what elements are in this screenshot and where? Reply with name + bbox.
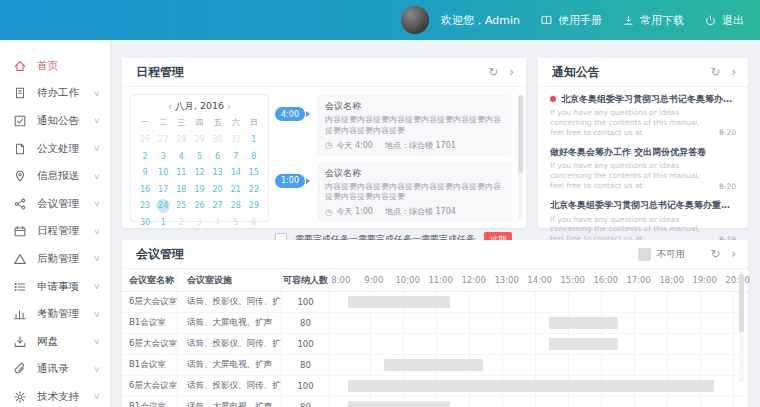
scrollbar-thumb[interactable] [518,95,523,173]
hour-label: 15:00 [560,275,585,285]
schedule-scrollbar[interactable] [518,95,523,221]
schedule-panel: 日程管理 ↻ › ‹ 八月, 2016 › 一二三四五六日 2627282930… [122,58,526,228]
chevron-right-icon[interactable]: › [731,248,736,260]
manual-button[interactable]: 使用手册 [540,13,602,28]
calendar-day[interactable]: 24 [154,198,172,215]
calendar-day[interactable]: 30 [136,215,154,232]
notice-item[interactable]: 做好冬奥会筹办工作 交出两份优异答卷If you have any questi… [538,140,748,193]
sidebar-item-bar-chart[interactable]: 考勤管理∨ [0,300,110,328]
sidebar-item-check-square[interactable]: 通知公告∨ [0,107,110,135]
calendar-day[interactable]: 17 [154,182,172,199]
calendar-day[interactable]: 2 [172,215,190,232]
calendar-day[interactable]: 10 [154,165,172,182]
calendar-day[interactable]: 6 [209,149,227,166]
hour-label: 8:00 [331,275,350,285]
room-row[interactable]: B1会议室话筒、大屏电视、扩声80 [122,313,748,334]
calendar-day[interactable]: 30 [209,132,227,149]
logout-button[interactable]: 退出 [704,13,744,28]
room-row[interactable]: 6层大会议室话筒、投影仪、同传、扩声100 [122,334,748,355]
calendar-day[interactable]: 4 [209,215,227,232]
calendar-day[interactable]: 18 [172,182,190,199]
meeting-card[interactable]: 会议名称内容提要内容提要内容提要内容提要内容提要内容提要内容提要内容提要◷今天 … [317,162,512,223]
calendar-day[interactable]: 1 [154,215,172,232]
sidebar-item-paperclip[interactable]: 通讯录∨ [0,356,110,384]
chevron-down-icon: ∨ [93,144,101,153]
unavailable-legend: 不可用 [638,248,686,261]
calendar-day[interactable]: 8 [245,149,263,166]
calendar-day[interactable]: 16 [136,182,154,199]
sidebar-item-tray-download[interactable]: 网盘∨ [0,328,110,356]
calendar-day[interactable]: 27 [154,132,172,149]
sidebar-item-home[interactable]: 首页 [0,52,110,80]
next-month-button[interactable]: › [227,101,231,112]
room-row[interactable]: 6层大会议室话筒、投影仪、同传、扩声100 [122,292,748,313]
room-row[interactable]: B1会议室话筒、大屏电视、扩声80 [122,355,748,376]
calendar-day[interactable]: 4 [172,149,190,166]
calendar-day[interactable]: 3 [154,149,172,166]
prev-month-button[interactable]: ‹ [168,101,172,112]
sidebar-item-calendar[interactable]: 日程管理∨ [0,218,110,246]
calendar-day[interactable]: 20 [209,182,227,199]
tray-download-icon [13,334,28,349]
calendar-day[interactable]: 26 [136,132,154,149]
downloads-button[interactable]: 常用下载 [622,13,684,28]
calendar-day[interactable]: 27 [209,198,227,215]
refresh-icon[interactable]: ↻ [710,248,720,260]
sidebar-item-label: 公文处理 [37,142,79,156]
chevron-right-icon[interactable]: › [731,66,736,78]
calendar-day[interactable]: 5 [190,149,208,166]
sidebar-item-triangle[interactable]: 后勤管理∨ [0,245,110,273]
timeline-scrollbar[interactable] [739,272,744,382]
calendar-day[interactable]: 31 [227,132,245,149]
sidebar-item-share[interactable]: 会议管理∨ [0,190,110,218]
room-timeline [330,376,748,396]
sidebar-item-gear[interactable]: 技术支持∨ [0,383,110,407]
chevron-right-icon[interactable]: › [509,66,514,78]
calendar-day[interactable]: 23 [136,198,154,215]
refresh-icon[interactable]: ↻ [488,66,498,78]
calendar-day[interactable]: 28 [227,198,245,215]
timeline-header: 8:009:0010:0011:0012:0013:0014:0015:0016… [330,269,748,291]
meeting-card[interactable]: 会议名称内容提要内容提要内容提要内容提要内容提要内容提要内容提要内容提要◷今天 … [317,95,512,156]
sidebar-item-label: 会议管理 [37,197,79,211]
sidebar-item-memo[interactable]: 待办工作∨ [0,80,110,108]
meeting-rooms-panel: 会议管理 不可用 ↻ › 会议室名称会议室设施可容纳人数8:009:0010:0… [122,240,748,407]
calendar-day[interactable]: 9 [136,165,154,182]
calendar-day[interactable]: 15 [245,165,263,182]
sidebar-item-list[interactable]: 申请事项∨ [0,273,110,301]
calendar-day[interactable]: 2 [136,149,154,166]
memo-icon [13,86,28,101]
sidebar-item-pin[interactable]: 信息报送∨ [0,162,110,190]
sidebar-item-document[interactable]: 公文处理∨ [0,135,110,163]
calendar-day[interactable]: 25 [172,198,190,215]
calendar-day[interactable]: 26 [190,198,208,215]
calendar-day[interactable]: 3 [190,215,208,232]
calendar-day[interactable]: 14 [227,165,245,182]
calendar-day[interactable]: 5 [227,215,245,232]
calendar-day[interactable]: 29 [245,198,263,215]
rooms-table-header: 会议室名称会议室设施可容纳人数8:009:0010:0011:0012:0013… [122,269,748,292]
avatar[interactable] [401,6,429,34]
bar-chart-icon [13,307,28,322]
refresh-icon[interactable]: ↻ [710,66,720,78]
notice-item[interactable]: 北京冬奥组委学习贯彻习总书记冬奥筹办重要讲话精神If you have any … [538,87,748,140]
calendar-day[interactable]: 13 [209,165,227,182]
notice-item[interactable]: 北京冬奥组委学习贯彻习总书记冬奥筹办重要讲话精神If you have any … [538,194,748,247]
scrollbar-thumb[interactable] [739,274,744,332]
calendar-day[interactable]: 6 [245,215,263,232]
calendar-day[interactable]: 12 [190,165,208,182]
room-row[interactable]: 6层大会议室话筒、投影仪、同传、扩声100 [122,376,748,397]
calendar-day[interactable]: 7 [227,149,245,166]
calendar-day[interactable]: 28 [172,132,190,149]
calendar-day[interactable]: 29 [190,132,208,149]
hour-label: 19:00 [692,275,717,285]
room-timeline [330,397,748,407]
calendar-day[interactable]: 1 [245,132,263,149]
meeting-summary: 内容提要内容提要内容提要内容提要内容提要内容提要内容提要内容提要 [325,115,504,137]
calendar-day[interactable]: 19 [190,182,208,199]
room-row[interactable]: B1会议室话筒、大屏电视、扩声80 [122,397,748,407]
calendar-day[interactable]: 11 [172,165,190,182]
calendar-day[interactable]: 22 [245,182,263,199]
room-capacity: 80 [282,397,330,407]
calendar-day[interactable]: 21 [227,182,245,199]
